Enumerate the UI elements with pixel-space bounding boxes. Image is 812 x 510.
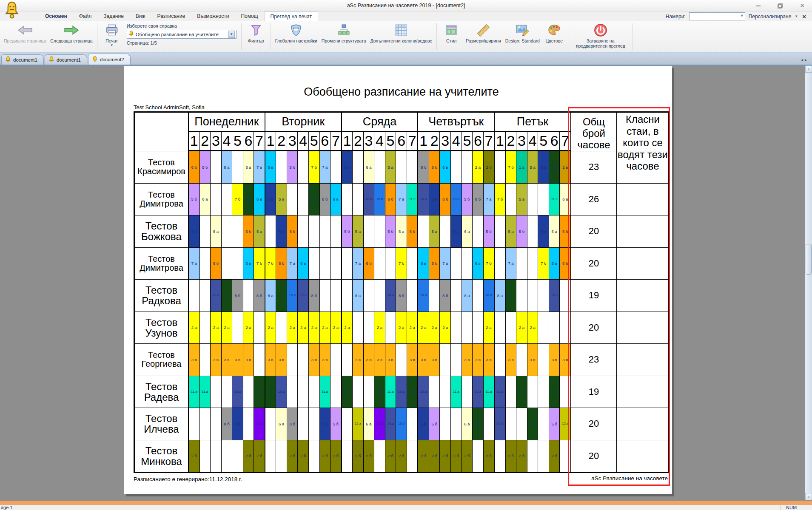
shield-icon [290, 23, 302, 37]
document-tab-2[interactable]: document2 [88, 54, 131, 65]
lesson-class-label: 9 а [344, 390, 350, 394]
lesson-cell: 8 б [440, 280, 451, 312]
close-find-icon[interactable]: × [802, 13, 806, 20]
lesson-cell [298, 408, 309, 440]
ribbon-tab-7[interactable]: Преглед на печат [264, 11, 318, 21]
personalize-chevron-icon[interactable]: ▼ [795, 14, 798, 18]
filter-button[interactable]: Филтър [244, 22, 268, 51]
lesson-cell: 5 б [330, 408, 341, 440]
ribbon-tab-2[interactable]: Задание [97, 11, 130, 21]
report-combobox[interactable]: Обобщено разписание на учителите ▼ [127, 30, 236, 39]
style-button[interactable]: Стил [439, 22, 464, 51]
lesson-cell [538, 408, 549, 440]
close-preview-button[interactable]: Затваряне на предварителен преглед [571, 22, 630, 51]
minimize-button[interactable] [752, 2, 764, 10]
lesson-class-label: 2 б [387, 454, 393, 458]
lesson-cell: 3 в [527, 344, 538, 376]
lesson-cell [407, 248, 418, 280]
lesson-cell: 7 а [396, 184, 407, 215]
design-button[interactable]: Design: Standard [503, 22, 542, 51]
ribbon-tab-6[interactable]: Помощ [235, 11, 264, 21]
app-logo-bell-icon[interactable] [3, 1, 20, 21]
lesson-class-label: 10.а [387, 422, 394, 425]
lesson-cell [353, 184, 364, 215]
lesson-cell: 5 в [276, 215, 287, 247]
scroll-up-icon[interactable]: ∧ [805, 65, 812, 73]
colors-button[interactable]: Цветове [542, 22, 567, 51]
ribbon-tab-5[interactable]: Възможности [191, 11, 235, 21]
ribbon-tab-0[interactable]: Основен [39, 11, 73, 21]
lesson-class-label: 5 в [541, 230, 546, 234]
lesson-class-label: 3 в [486, 358, 491, 362]
close-button[interactable]: × [797, 2, 808, 10]
lesson-cell: 12.б [374, 408, 385, 440]
previous-page-button[interactable]: Предишна страница [2, 22, 48, 51]
day-group: 8 а10.а8 б [342, 280, 419, 312]
document-tab-0[interactable]: document1 [1, 54, 44, 65]
lesson-class-label: 2 б [464, 454, 470, 458]
lesson-cell [276, 151, 287, 183]
document-tab-1[interactable]: document1 [45, 54, 87, 65]
schedule-slots: 3 в3 в3 в3 в3 в3 в3 в3 в3 в3 в3 в3 в3 в3… [189, 344, 570, 376]
lesson-class-label: 10.а [300, 294, 307, 297]
lesson-cell: 3 в [473, 344, 484, 376]
window-title: aSc Разписание на часовете 2019 - [docum… [0, 3, 812, 8]
lesson-class-label: 5 б [289, 165, 295, 170]
lesson-cell: 9 а [516, 376, 527, 408]
rooms-cell [617, 408, 668, 440]
period-header: 4 [222, 132, 233, 150]
lesson-class-label: 11.а [191, 390, 197, 394]
global-settings-button[interactable]: Глобални настройки [273, 22, 319, 51]
lesson-cell [495, 440, 506, 472]
lesson-class-label: 3 в [246, 358, 251, 362]
restore-button[interactable] [775, 2, 786, 10]
lesson-class-label: 6 а [366, 165, 371, 170]
lesson-cell: 2 а [265, 312, 276, 344]
ribbon-tab-4[interactable]: Разписание [151, 11, 191, 21]
lesson-cell [538, 312, 549, 344]
scroll-down-icon[interactable]: ∨ [805, 493, 812, 500]
lesson-cell: 2 а [298, 312, 309, 344]
teacher-name: Тестов Радкова [135, 280, 189, 312]
change-structure-button[interactable]: Промени структурата [319, 22, 368, 51]
ribbon-tab-3[interactable]: Виж [130, 11, 151, 21]
lesson-cell: 5 в [265, 184, 276, 215]
print-button[interactable]: Печат ▼ [100, 22, 124, 51]
vertical-scrollbar[interactable]: ∧ ∨ [805, 65, 812, 500]
find-input[interactable]: ▼ [689, 12, 745, 20]
lesson-cell [254, 344, 265, 376]
lesson-cell: 6 б [385, 184, 396, 215]
lesson-class-label: 2 а [432, 326, 437, 330]
ribbon-tab-1[interactable]: Файл [73, 11, 98, 21]
period-header: 5 [309, 132, 320, 150]
schedule-slots: 10.а9 а8 б8 б8 а9 а10.б10.а8 б8 а10.а8 б… [189, 280, 570, 312]
lesson-class-label: 10.б [289, 294, 296, 297]
lesson-cell [222, 184, 233, 215]
lesson-cell: 1 а [516, 151, 527, 183]
next-page-button[interactable]: Следваща страница [48, 22, 94, 51]
period-header: 4 [374, 132, 385, 150]
sizes-button[interactable]: Размери/ширини [464, 22, 503, 51]
lesson-cell: 7 б [265, 248, 276, 280]
tab-scroll-arrows[interactable]: ◂▸ [801, 57, 809, 62]
lesson-class-label: 2 б [453, 454, 459, 458]
lesson-class-label: 5 б [464, 197, 470, 201]
teacher-name: Тестов Георгиева [135, 344, 189, 376]
lesson-cell [232, 151, 243, 183]
lesson-cell [330, 248, 341, 280]
lesson-cell [298, 184, 309, 215]
lesson-cell: 7 а [287, 248, 298, 280]
rooms-cell [617, 280, 668, 312]
day-group: 7 а6 б7 б [342, 248, 419, 280]
personalize-menu[interactable]: Персонализиране [749, 14, 792, 20]
extra-columns-button[interactable]: Допълнителни колони/редове [368, 22, 435, 51]
find-label: Намери: [666, 14, 686, 20]
chevron-down-icon[interactable]: ▼ [740, 14, 744, 18]
lesson-cell [527, 184, 538, 215]
lesson-cell: 10.а [396, 376, 407, 408]
report-combobox-arrow-icon[interactable]: ▼ [228, 31, 235, 38]
lesson-cell [374, 151, 385, 183]
lesson-cell: 5 б [484, 215, 494, 247]
scrollbar-thumb[interactable] [806, 244, 812, 275]
lesson-cell: 5 б [429, 408, 440, 440]
